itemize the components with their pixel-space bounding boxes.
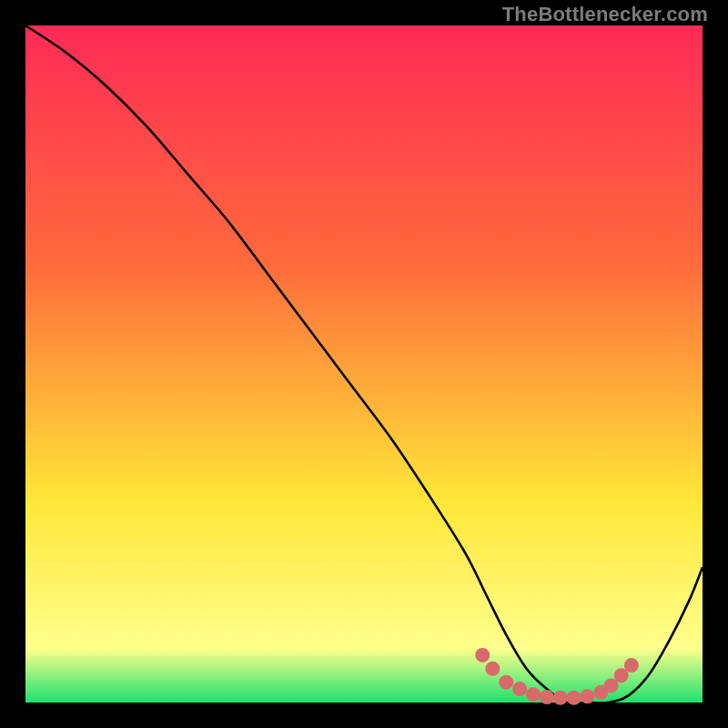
optimal-marker	[581, 689, 595, 703]
optimal-marker	[526, 687, 541, 702]
optimal-marker	[553, 691, 568, 705]
chart-frame: TheBottlenecker.com	[0, 0, 728, 728]
optimal-marker	[475, 648, 490, 662]
attribution-text: TheBottlenecker.com	[502, 3, 708, 26]
optimal-marker	[512, 682, 527, 696]
plot-gradient-bg	[25, 25, 703, 703]
optimal-marker	[499, 675, 513, 690]
optimal-marker	[540, 690, 554, 704]
bottleneck-chart	[0, 0, 728, 728]
optimal-marker	[624, 658, 639, 672]
optimal-marker	[485, 662, 500, 676]
optimal-marker	[567, 691, 581, 705]
